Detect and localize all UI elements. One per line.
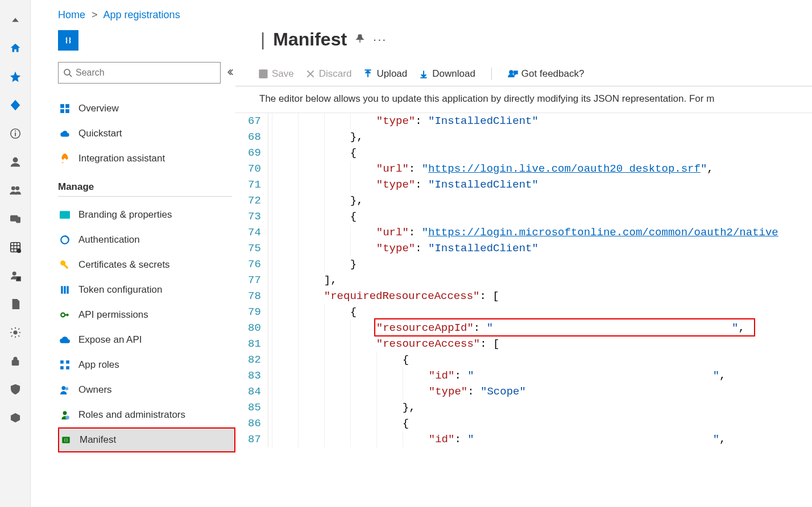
app-badge-icon bbox=[58, 30, 78, 51]
nav-label: Quickstart bbox=[78, 128, 122, 139]
owners-icon bbox=[59, 384, 71, 396]
svg-point-14 bbox=[14, 388, 16, 390]
discard-button[interactable]: Discard bbox=[305, 68, 352, 80]
person-box-icon[interactable] bbox=[0, 261, 31, 290]
svg-rect-30 bbox=[66, 360, 69, 364]
breadcrumb-section[interactable]: App registrations bbox=[103, 9, 180, 20]
resource-sidebar: Overview Quickstart Integration assistan… bbox=[31, 23, 235, 507]
svg-point-10 bbox=[13, 272, 16, 276]
info-icon[interactable] bbox=[0, 119, 31, 148]
svg-point-34 bbox=[65, 387, 69, 390]
nav-label: Roles and administrators bbox=[78, 409, 185, 421]
nav-label: Certificates & secrets bbox=[78, 259, 170, 271]
grid-app-icon[interactable] bbox=[0, 233, 31, 261]
feedback-label: Got feedback? bbox=[521, 68, 585, 80]
editor-code[interactable]: "type": "InstalledClient"},{"url": "http… bbox=[268, 113, 812, 447]
nav-label: Token configuration bbox=[78, 284, 162, 296]
sidebar-search-input[interactable] bbox=[76, 68, 216, 78]
api-perm-icon bbox=[59, 309, 71, 321]
overview-icon bbox=[59, 103, 71, 114]
nav-owners[interactable]: Owners bbox=[58, 377, 235, 402]
users-icon[interactable] bbox=[0, 176, 31, 205]
svg-rect-40 bbox=[262, 70, 266, 73]
svg-rect-26 bbox=[64, 286, 65, 294]
nav-api-permissions[interactable]: API permissions bbox=[58, 302, 235, 327]
nav-integration-assistant[interactable]: Integration assistant bbox=[58, 146, 235, 171]
svg-rect-19 bbox=[60, 109, 64, 113]
discard-icon bbox=[305, 69, 316, 79]
more-icon[interactable]: ··· bbox=[373, 32, 387, 47]
nav-authentication[interactable]: Authentication bbox=[58, 227, 235, 252]
gear-icon[interactable] bbox=[0, 318, 31, 347]
editor-gutter: 6768697071727374757677787980818283848586… bbox=[235, 113, 268, 447]
svg-rect-11 bbox=[16, 277, 20, 281]
breadcrumb-home[interactable]: Home bbox=[58, 9, 85, 20]
branding-icon bbox=[59, 209, 71, 221]
svg-point-4 bbox=[11, 187, 14, 190]
nav-token-configuration[interactable]: Token configuration bbox=[58, 277, 235, 302]
json-editor[interactable]: 6768697071727374757677787980818283848586… bbox=[235, 113, 812, 447]
nav-label: App roles bbox=[78, 359, 119, 371]
key-icon bbox=[59, 259, 71, 271]
nav-label: Authentication bbox=[78, 234, 140, 246]
section-divider bbox=[58, 196, 232, 197]
app-roles-icon bbox=[59, 359, 71, 371]
page-title: Manifest bbox=[273, 29, 347, 50]
svg-rect-27 bbox=[67, 286, 68, 294]
svg-point-28 bbox=[61, 313, 65, 317]
diamond-icon[interactable] bbox=[0, 91, 31, 119]
home-icon[interactable] bbox=[0, 34, 31, 63]
left-rail bbox=[0, 0, 31, 507]
download-icon bbox=[419, 69, 429, 79]
nav-app-roles[interactable]: App roles bbox=[58, 352, 235, 377]
nav-overview[interactable]: Overview bbox=[58, 96, 235, 121]
nav-label: Expose an API bbox=[78, 334, 142, 346]
svg-point-15 bbox=[64, 69, 70, 75]
title-prefix: | bbox=[260, 29, 265, 50]
manifest-icon: {} bbox=[60, 434, 72, 446]
svg-point-3 bbox=[13, 158, 17, 162]
nav-roles-admins[interactable]: Roles and administrators bbox=[58, 402, 235, 427]
devices-icon[interactable] bbox=[0, 205, 31, 233]
svg-rect-20 bbox=[65, 109, 69, 113]
sidebar-search[interactable] bbox=[58, 62, 221, 84]
sidebar-collapse-icon[interactable] bbox=[227, 68, 235, 78]
lock-icon[interactable] bbox=[0, 347, 31, 375]
nav-label: API permissions bbox=[78, 309, 148, 321]
breadcrumb: Home > App registrations bbox=[58, 0, 812, 23]
nav-branding[interactable]: Branding & properties bbox=[58, 202, 235, 227]
rail-collapse-icon[interactable] bbox=[0, 6, 31, 34]
package-icon[interactable] bbox=[0, 404, 31, 432]
svg-point-12 bbox=[14, 331, 17, 334]
upload-label: Upload bbox=[376, 68, 407, 80]
svg-rect-25 bbox=[61, 286, 63, 294]
save-icon bbox=[258, 69, 268, 79]
nav-expose-api[interactable]: Expose an API bbox=[58, 327, 235, 352]
nav-label: Manifest bbox=[80, 434, 116, 446]
svg-rect-7 bbox=[16, 217, 19, 222]
nav-manifest[interactable]: {} Manifest bbox=[58, 427, 235, 452]
nav-certificates[interactable]: Certificates & secrets bbox=[58, 252, 235, 277]
user-icon[interactable] bbox=[0, 148, 31, 176]
svg-rect-31 bbox=[60, 366, 64, 369]
svg-rect-13 bbox=[12, 360, 18, 365]
pin-icon[interactable] bbox=[355, 34, 365, 45]
auth-icon bbox=[59, 234, 71, 246]
svg-point-42 bbox=[509, 70, 513, 74]
nav-label: Branding & properties bbox=[78, 209, 172, 221]
shield-icon[interactable] bbox=[0, 375, 31, 404]
feedback-button[interactable]: Got feedback? bbox=[508, 68, 585, 80]
svg-point-36 bbox=[65, 415, 69, 419]
download-button[interactable]: Download bbox=[419, 68, 475, 80]
svg-rect-21 bbox=[60, 211, 70, 219]
svg-rect-1 bbox=[15, 132, 16, 136]
document-icon[interactable] bbox=[0, 290, 31, 318]
nav-quickstart[interactable]: Quickstart bbox=[58, 121, 235, 146]
star-icon[interactable] bbox=[0, 63, 31, 91]
section-manage: Manage bbox=[58, 181, 235, 193]
svg-rect-24 bbox=[64, 264, 69, 269]
upload-button[interactable]: Upload bbox=[363, 68, 407, 80]
svg-point-33 bbox=[61, 386, 65, 390]
svg-text:{}: {} bbox=[64, 438, 68, 443]
save-button[interactable]: Save bbox=[258, 68, 294, 80]
